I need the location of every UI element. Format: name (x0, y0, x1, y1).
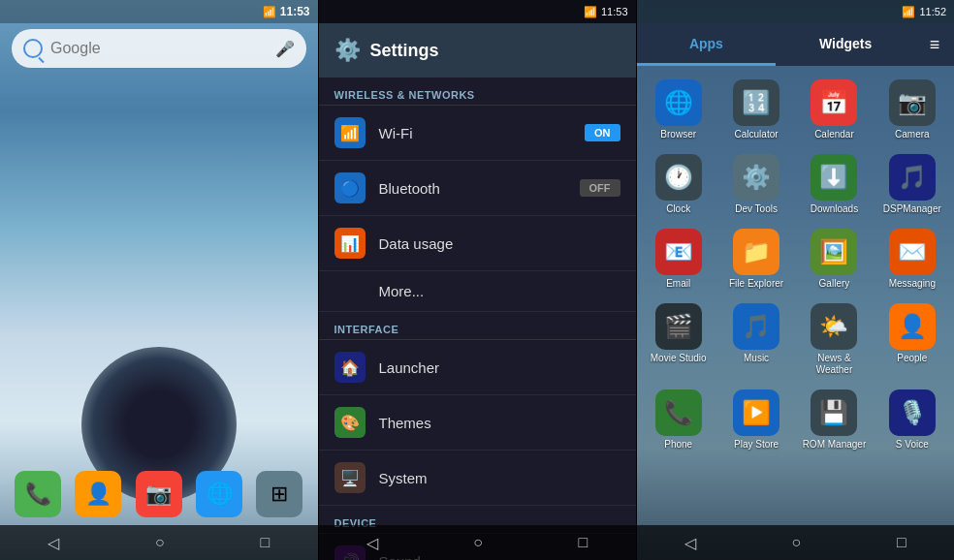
app-item-music[interactable]: 🎵 Music (718, 297, 794, 382)
dock-browser[interactable]: 🌐 (196, 471, 242, 517)
dock-apps[interactable]: ⊞ (256, 471, 302, 517)
apps-menu-button[interactable]: ≡ (915, 23, 954, 66)
app-icon: 👤 (889, 303, 936, 350)
status-bar-settings: 📶 11:53 (319, 0, 636, 23)
app-item-camera[interactable]: 📷 Camera (874, 74, 950, 146)
app-item-rom-manager[interactable]: 💾 ROM Manager (796, 384, 872, 456)
app-item-calendar[interactable]: 📅 Calendar (796, 74, 872, 146)
tab-widgets[interactable]: Widgets (776, 23, 915, 66)
app-icon: 🎵 (889, 154, 936, 201)
bluetooth-label: Bluetooth (379, 180, 580, 197)
app-item-downloads[interactable]: ⬇️ Downloads (796, 148, 872, 221)
app-icon: 🌤️ (811, 303, 857, 350)
app-item-play-store[interactable]: ▶️ Play Store (718, 384, 794, 456)
settings-system[interactable]: 🖥️ System (319, 451, 636, 506)
app-label: Clock (666, 203, 690, 215)
app-label: S Voice (896, 439, 929, 451)
app-item-movie-studio[interactable]: 🎬 Movie Studio (641, 297, 716, 382)
home-button-apps[interactable]: ○ (792, 534, 802, 551)
app-item-email[interactable]: 📧 Email (641, 223, 716, 296)
status-icons: 📶 (263, 6, 276, 18)
app-label: File Explorer (729, 278, 783, 290)
nav-bar-home: ◁ ○ □ (0, 525, 318, 560)
home-dock: 📞 👤 📷 🌐 ⊞ (0, 463, 318, 525)
app-label: Phone (664, 439, 692, 451)
app-label: People (897, 353, 927, 364)
more-label: More... (379, 283, 425, 299)
app-item-calculator[interactable]: 🔢 Calculator (718, 74, 794, 146)
launcher-label: Launcher (379, 359, 620, 376)
app-label: Calculator (735, 129, 779, 140)
app-icon: 📧 (655, 229, 702, 275)
settings-header: ⚙️ Settings (319, 23, 636, 78)
app-item-s-voice[interactable]: 🎙️ S Voice (874, 384, 950, 456)
settings-wifi[interactable]: 📶 Wi-Fi ON (319, 106, 636, 161)
app-icon: 🎵 (733, 303, 779, 350)
home-button-settings[interactable]: ○ (473, 534, 483, 551)
app-label: DSPManager (883, 203, 941, 215)
section-wireless: WIRELESS & NETWORKS (319, 78, 636, 106)
dock-camera[interactable]: 📷 (136, 471, 182, 517)
time-apps: 11:52 (919, 6, 946, 17)
status-bar-home: 📶 11:53 (0, 0, 318, 23)
signal-icon-settings: 📶 (584, 6, 597, 18)
search-label: Google (50, 40, 268, 57)
app-icon: ⚙️ (733, 154, 779, 201)
app-icon: 🖼️ (811, 229, 857, 275)
wifi-icon: 📶 (334, 117, 366, 148)
back-button-apps[interactable]: ◁ (684, 534, 696, 552)
dock-phone[interactable]: 📞 (15, 471, 61, 517)
app-label: Dev Tools (735, 203, 778, 215)
app-icon: ✉️ (889, 229, 936, 275)
settings-launcher[interactable]: 🏠 Launcher (319, 340, 636, 395)
app-item-clock[interactable]: 🕐 Clock (641, 148, 716, 221)
signal-icon: 📶 (263, 6, 276, 18)
app-item-people[interactable]: 👤 People (874, 297, 950, 382)
app-icon: 🎬 (655, 303, 702, 350)
settings-bluetooth[interactable]: 🔵 Bluetooth OFF (319, 161, 636, 216)
google-search-bar[interactable]: Google 🎤 (12, 29, 306, 68)
wifi-toggle[interactable]: ON (585, 124, 620, 141)
app-item-news-&-weather[interactable]: 🌤️ News & Weather (796, 297, 872, 382)
app-icon: 🔢 (733, 79, 779, 126)
app-item-browser[interactable]: 🌐 Browser (641, 74, 716, 146)
bluetooth-toggle[interactable]: OFF (580, 179, 620, 197)
recents-button-settings[interactable]: □ (579, 534, 588, 551)
app-icon: 📁 (733, 229, 779, 275)
nav-bar-apps: ◁ ○ □ (637, 525, 955, 560)
app-item-file-explorer[interactable]: 📁 File Explorer (718, 223, 794, 296)
nav-bar-settings: ◁ ○ □ (319, 525, 636, 560)
app-item-dspmanager[interactable]: 🎵 DSPManager (874, 148, 950, 221)
settings-data-usage[interactable]: 📊 Data usage (319, 216, 636, 271)
app-label: Email (666, 278, 690, 290)
app-icon: ▶️ (733, 389, 779, 436)
app-icon: 📅 (811, 79, 857, 126)
back-button-settings[interactable]: ◁ (366, 534, 378, 552)
recents-button[interactable]: □ (260, 534, 270, 551)
system-icon: 🖥️ (334, 462, 366, 493)
home-button[interactable]: ○ (155, 534, 165, 551)
settings-more[interactable]: More... (319, 271, 636, 312)
app-item-dev-tools[interactable]: ⚙️ Dev Tools (718, 148, 794, 221)
settings-themes[interactable]: 🎨 Themes (319, 395, 636, 451)
app-item-phone[interactable]: 📞 Phone (641, 384, 716, 456)
signal-icon-apps: 📶 (902, 6, 915, 18)
app-label: Play Store (734, 439, 779, 451)
app-label: Movie Studio (651, 353, 707, 364)
app-label: Downloads (811, 203, 858, 215)
app-item-gallery[interactable]: 🖼️ Gallery (796, 223, 872, 296)
mic-icon[interactable]: 🎤 (275, 40, 295, 58)
app-label: Calendar (814, 129, 854, 140)
app-item-messaging[interactable]: ✉️ Messaging (874, 223, 950, 296)
app-label: Browser (660, 129, 696, 140)
status-bar-apps: 📶 11:52 (637, 0, 955, 23)
app-icon: 📞 (655, 389, 702, 436)
back-button[interactable]: ◁ (48, 534, 59, 552)
recents-button-apps[interactable]: □ (897, 534, 906, 551)
apps-tab-bar: Apps Widgets ≡ (637, 23, 955, 66)
dock-contacts[interactable]: 👤 (75, 471, 121, 517)
app-label: Camera (895, 129, 930, 140)
tab-apps[interactable]: Apps (637, 23, 777, 66)
app-icon: 🎙️ (889, 389, 936, 436)
time-settings: 11:53 (601, 6, 628, 17)
